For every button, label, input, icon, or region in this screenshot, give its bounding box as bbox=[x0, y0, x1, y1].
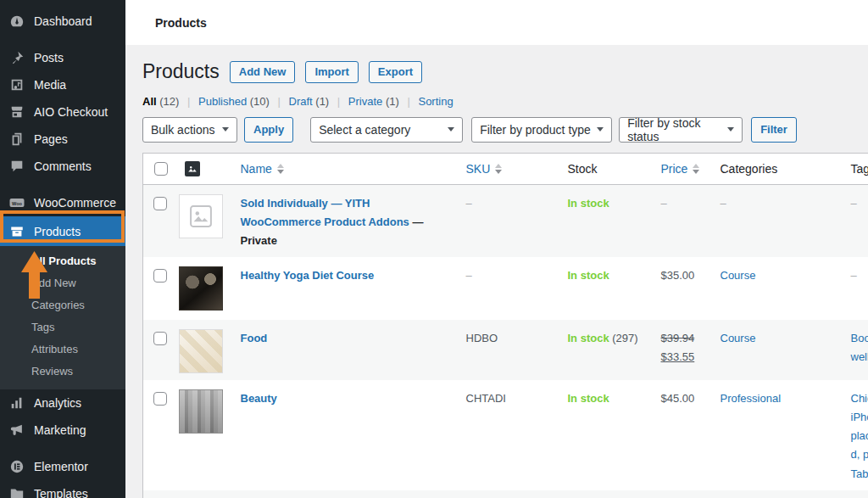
price-value: $35.00 bbox=[661, 269, 695, 282]
product-thumbnail bbox=[179, 329, 223, 373]
product-thumbnail-placeholder bbox=[179, 194, 223, 238]
stock-status-filter-select[interactable]: Filter by stock status bbox=[619, 117, 743, 143]
category-link[interactable]: Course bbox=[721, 269, 756, 282]
view-sorting[interactable]: Sorting bbox=[418, 95, 453, 108]
filter-button[interactable]: Filter bbox=[751, 117, 797, 143]
tag-link[interactable]: Table bbox=[851, 467, 868, 480]
category-filter-value: Select a category bbox=[319, 123, 410, 137]
sidebar-item-label: Dashboard bbox=[34, 14, 92, 28]
sku-value: – bbox=[466, 269, 472, 282]
elementor-icon bbox=[8, 458, 25, 475]
submenu-item-all-products[interactable]: All Products bbox=[0, 250, 125, 272]
bulk-actions-select[interactable]: Bulk actions bbox=[142, 117, 237, 143]
apply-button[interactable]: Apply bbox=[244, 117, 293, 143]
table-row: Food HDBO In stock (297) $39.94$33.55 Co… bbox=[143, 320, 868, 380]
product-name-link[interactable]: Healthy Yoga Diet Course bbox=[241, 269, 375, 282]
sidebar-item-label: Analytics bbox=[34, 396, 81, 410]
import-button[interactable]: Import bbox=[305, 61, 358, 83]
submenu-item-categories[interactable]: Categories bbox=[0, 294, 125, 316]
column-header-stock: Stock bbox=[557, 153, 650, 184]
media-icon bbox=[8, 76, 25, 93]
product-name-link[interactable]: Sold Individually — YITH WooCommerce Pro… bbox=[241, 197, 409, 228]
tag-link[interactable]: place bbox=[851, 429, 868, 442]
submenu-item-add-new[interactable]: Add New bbox=[0, 272, 125, 294]
row-checkbox[interactable] bbox=[153, 392, 167, 406]
select-all-checkbox[interactable] bbox=[154, 162, 168, 176]
woocommerce-icon: Woo bbox=[8, 194, 25, 211]
tags-value: – bbox=[851, 269, 857, 282]
product-name-link[interactable]: Food bbox=[241, 332, 268, 344]
sidebar-item-woocommerce[interactable]: Woo WooCommerce bbox=[0, 189, 125, 216]
sidebar-item-marketing[interactable]: Marketing bbox=[0, 417, 125, 444]
svg-text:Woo: Woo bbox=[12, 201, 23, 206]
image-column-icon bbox=[185, 161, 200, 176]
sku-value: – bbox=[466, 197, 472, 210]
folder-icon bbox=[8, 485, 25, 498]
bulk-actions-value: Bulk actions bbox=[151, 123, 214, 137]
chevron-down-icon bbox=[727, 127, 734, 131]
table-toolbar: Bulk actions Apply Select a category Fil… bbox=[142, 117, 868, 143]
wordpress-admin: Dashboard Posts Media AIO Checkout Pages bbox=[0, 0, 868, 498]
products-submenu: All Products Add New Categories Tags Att… bbox=[0, 246, 125, 389]
add-new-button[interactable]: Add New bbox=[230, 61, 296, 83]
view-all[interactable]: All (12) bbox=[142, 95, 179, 108]
sidebar-item-templates[interactable]: Templates bbox=[0, 480, 125, 498]
sidebar-item-label: Templates bbox=[34, 487, 88, 498]
sidebar-item-comments[interactable]: Comments bbox=[0, 153, 125, 180]
row-checkbox[interactable] bbox=[153, 269, 167, 283]
top-bar-title: Products bbox=[155, 16, 207, 30]
chevron-down-icon bbox=[448, 127, 454, 131]
view-private[interactable]: Private (1) bbox=[348, 95, 399, 108]
submenu-item-reviews[interactable]: Reviews bbox=[0, 361, 125, 383]
stock-status: In stock bbox=[568, 197, 609, 210]
chevron-down-icon bbox=[597, 127, 604, 131]
category-link[interactable]: Course bbox=[721, 332, 756, 344]
sidebar-item-media[interactable]: Media bbox=[0, 71, 125, 98]
sidebar-item-label: WooCommerce bbox=[34, 196, 116, 210]
table-row: Healthy Yoga Diet Course – In stock $35.… bbox=[143, 257, 868, 320]
view-draft[interactable]: Draft (1) bbox=[289, 95, 330, 108]
pages-icon bbox=[8, 131, 25, 148]
sidebar-item-analytics[interactable]: Analytics bbox=[0, 389, 125, 417]
submenu-item-attributes[interactable]: Attributes bbox=[0, 339, 125, 361]
sidebar-item-label: AIO Checkout bbox=[34, 105, 108, 119]
tag-link[interactable]: d, pr bbox=[851, 448, 868, 461]
category-filter-select[interactable]: Select a category bbox=[310, 117, 463, 143]
stock-count: (297) bbox=[612, 332, 637, 344]
product-thumbnail bbox=[179, 389, 223, 434]
sort-indicator bbox=[495, 164, 502, 174]
sidebar-item-products[interactable]: Products bbox=[0, 216, 125, 246]
product-name-link[interactable]: Beauty bbox=[241, 392, 277, 405]
comment-icon bbox=[8, 158, 25, 175]
sidebar-item-label: Elementor bbox=[34, 460, 88, 473]
tag-link[interactable]: well, bbox=[851, 350, 868, 363]
export-button[interactable]: Export bbox=[369, 61, 422, 83]
column-header-tags: Tags bbox=[840, 153, 868, 184]
column-header-price[interactable]: Price bbox=[650, 153, 709, 184]
table-row: Sold Individually — YITH WooCommerce Pro… bbox=[143, 184, 868, 257]
sidebar-item-label: Media bbox=[34, 78, 66, 92]
sidebar-item-elementor[interactable]: Elementor bbox=[0, 453, 125, 480]
view-published[interactable]: Published (10) bbox=[198, 95, 270, 108]
column-header-name[interactable]: Name bbox=[230, 153, 455, 184]
stock-status-filter-value: Filter by stock status bbox=[627, 116, 727, 143]
sidebar-item-label: Pages bbox=[34, 132, 68, 146]
product-type-filter-select[interactable]: Filter by product type bbox=[471, 117, 612, 143]
tag-link[interactable]: Book bbox=[851, 332, 868, 344]
tag-link[interactable]: Chick bbox=[851, 392, 868, 405]
sidebar-item-label: Products bbox=[34, 225, 81, 238]
row-checkbox[interactable] bbox=[153, 332, 167, 345]
table-header-row: Name SKU Stock Price Categories Tags bbox=[143, 153, 868, 184]
submenu-item-tags[interactable]: Tags bbox=[0, 316, 125, 339]
category-link[interactable]: Professional bbox=[721, 392, 782, 405]
column-header-categories: Categories bbox=[709, 153, 840, 184]
sidebar-item-pages[interactable]: Pages bbox=[0, 126, 125, 153]
sidebar-item-posts[interactable]: Posts bbox=[0, 44, 125, 71]
row-checkbox[interactable] bbox=[153, 197, 167, 210]
sidebar-item-aio-checkout[interactable]: AIO Checkout bbox=[0, 98, 125, 126]
column-header-sku[interactable]: SKU bbox=[455, 153, 557, 184]
separator: | bbox=[407, 95, 409, 108]
sidebar-item-dashboard[interactable]: Dashboard bbox=[0, 8, 125, 35]
top-bar: Products bbox=[125, 0, 868, 45]
tag-link[interactable]: iPhon bbox=[851, 411, 868, 423]
